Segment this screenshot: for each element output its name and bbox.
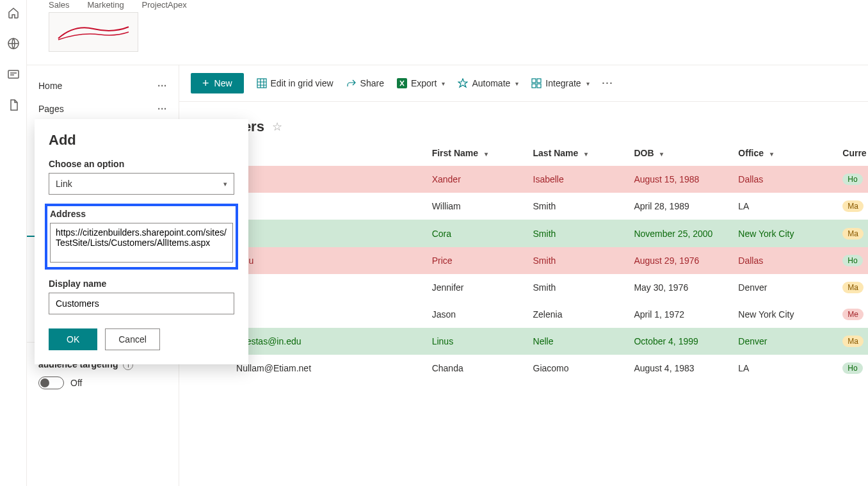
dialog-title: Add	[179, 132, 234, 149]
edit-grid-button[interactable]: Edit in grid view	[257, 78, 334, 88]
top-tab[interactable]: Marketing	[88, 0, 124, 10]
cell-first-name: William	[426, 193, 527, 220]
column-header[interactable]: First Name ▾	[426, 140, 527, 166]
cell-first-name: Jennifer	[426, 274, 527, 301]
status-pill: Me	[842, 309, 864, 320]
home-icon[interactable]	[7, 6, 20, 19]
cell-office: Dallas	[732, 166, 836, 193]
share-icon	[346, 78, 357, 88]
cell-last-name: Smith	[527, 247, 628, 274]
cell-dob: April 1, 1972	[627, 301, 732, 328]
cell-first-name: Linus	[426, 328, 527, 355]
choose-option-select[interactable]: Link ▾	[179, 173, 234, 195]
svg-rect-6	[532, 84, 536, 88]
column-header[interactable]: Curre ▾	[836, 140, 868, 166]
sidebar-item-label: Pages	[38, 104, 64, 114]
cell-office: Denver	[732, 328, 836, 355]
customers-table: First Name ▾Last Name ▾DOB ▾Office ▾Curr…	[191, 140, 868, 382]
cell-office: Denver	[732, 274, 836, 301]
site-logo[interactable]	[49, 12, 138, 52]
status-pill: Ma	[842, 228, 864, 239]
cell-last-name: Smith	[527, 274, 628, 301]
cell-dob: May 30, 1976	[627, 274, 732, 301]
status-pill: Ho	[842, 174, 862, 185]
choose-option-label: Choose an option	[179, 159, 234, 169]
cell-first-name: Cora	[426, 220, 527, 247]
excel-icon	[397, 78, 407, 88]
status-pill: Ma	[842, 282, 864, 293]
cell-email: egestas@in.edu	[230, 328, 426, 355]
address-label: Address	[179, 209, 233, 219]
svg-rect-2	[257, 79, 266, 88]
document-icon[interactable]	[7, 99, 20, 111]
cell-email: Nullam@Etiam.net	[230, 355, 426, 382]
cell-dob: August 4, 1983	[627, 355, 732, 382]
sidebar-item-more-icon[interactable]: ···	[157, 81, 167, 91]
main-content: + New Edit in grid view Share Export▾	[179, 65, 868, 486]
add-link-dialog: Add Choose an option Link ▾ Address Disp…	[179, 119, 248, 364]
svg-rect-7	[537, 84, 541, 88]
table-row[interactable]: WilliamSmithApril 28, 1989LAMa	[191, 193, 868, 220]
table-row[interactable]: Nullam@Etiam.netChandaGiacomoAugust 4, 1…	[191, 355, 868, 382]
cell-dob: August 15, 1988	[627, 166, 732, 193]
integrate-icon	[531, 78, 542, 88]
site-header: Sales Marketing ProjectApex	[27, 0, 868, 65]
table-row[interactable]: .eduPriceSmithAugust 29, 1976DallasHo	[191, 247, 868, 274]
table-row[interactable]: CoraSmithNovember 25, 2000New York CityM…	[191, 220, 868, 247]
favorite-star-icon[interactable]: ☆	[272, 120, 282, 134]
svg-rect-4	[532, 79, 536, 83]
cell-office: Dallas	[732, 247, 836, 274]
cell-first-name: Xander	[426, 166, 527, 193]
table-row[interactable]: JenniferSmithMay 30, 1976DenverMa	[191, 274, 868, 301]
table-row[interactable]: egestas@in.eduLinusNelleOctober 4, 1999D…	[191, 328, 868, 355]
audience-targeting-toggle[interactable]	[38, 377, 64, 389]
status-pill: Ma	[842, 200, 864, 212]
automate-button[interactable]: Automate▾	[458, 78, 518, 88]
globe-icon[interactable]	[7, 37, 20, 50]
address-input[interactable]	[179, 223, 233, 263]
column-header[interactable]: DOB ▾	[627, 140, 732, 166]
cell-email	[230, 193, 426, 220]
cell-last-name: Isabelle	[527, 166, 628, 193]
cell-office: LA	[732, 355, 836, 382]
status-pill: Ho	[842, 362, 862, 374]
top-tab[interactable]: Sales	[49, 0, 70, 10]
cell-email	[230, 166, 426, 193]
toggle-state-label: Off	[70, 378, 82, 388]
integrate-button[interactable]: Integrate▾	[531, 78, 589, 88]
column-header[interactable]: Office ▾	[732, 140, 836, 166]
grid-icon	[257, 78, 267, 88]
sidebar-item-more-icon[interactable]: ···	[157, 104, 167, 114]
chevron-down-icon: ▾	[770, 150, 773, 158]
column-header[interactable]: Last Name ▾	[527, 140, 628, 166]
table-row[interactable]: JasonZeleniaApril 1, 1972New York CityMe	[191, 301, 868, 328]
cell-last-name: Nelle	[527, 328, 628, 355]
cell-first-name: Chanda	[426, 355, 527, 382]
cell-last-name: Giacomo	[527, 355, 628, 382]
sidebar-item-label: Home	[38, 81, 62, 91]
cell-last-name: Zelenia	[527, 301, 628, 328]
news-icon[interactable]	[7, 68, 20, 81]
svg-rect-5	[537, 79, 541, 83]
sidebar-item[interactable]: Pages···	[27, 97, 179, 120]
cell-first-name: Price	[426, 247, 527, 274]
sidebar-item[interactable]: Home···	[27, 74, 179, 97]
cell-last-name: Smith	[527, 193, 628, 220]
command-bar: + New Edit in grid view Share Export▾	[179, 65, 868, 102]
share-button[interactable]: Share	[346, 78, 384, 88]
export-button[interactable]: Export▾	[397, 78, 445, 88]
status-pill: Ho	[842, 255, 862, 266]
cell-dob: August 29, 1976	[627, 247, 732, 274]
chevron-down-icon: ▾	[660, 150, 663, 158]
new-button[interactable]: + New	[191, 73, 244, 93]
table-row[interactable]: XanderIsabelleAugust 15, 1988DallasHo	[191, 166, 868, 193]
cell-dob: October 4, 1999	[627, 328, 732, 355]
top-tab[interactable]: ProjectApex	[142, 0, 187, 10]
cell-email	[230, 301, 426, 328]
cell-office: New York City	[732, 220, 836, 247]
svg-rect-1	[8, 70, 19, 78]
app-rail	[0, 0, 27, 486]
more-actions-button[interactable]: ···	[602, 78, 614, 88]
display-name-label: Display name	[179, 279, 234, 289]
display-name-input[interactable]	[179, 293, 234, 314]
